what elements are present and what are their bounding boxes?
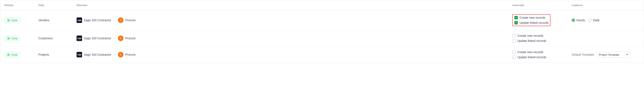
module-badge: ⊞ Core xyxy=(4,18,20,23)
module-label: Core xyxy=(12,53,18,56)
data-cell: Vendors xyxy=(38,19,76,22)
create-new-checkbox[interactable] xyxy=(512,34,516,37)
automatic-cell: Create new records Update linked records xyxy=(512,34,572,43)
module-cell: ⊞ Core xyxy=(4,18,38,23)
procore-logo: C xyxy=(118,36,124,41)
update-linked-row: Update linked records xyxy=(512,55,572,59)
update-linked-label: Update linked records xyxy=(520,21,548,25)
direction-to: Procore xyxy=(125,19,136,22)
data-cell: Customers xyxy=(38,37,76,40)
data-header: Data xyxy=(38,2,76,8)
data-cell: Projects xyxy=(38,53,76,56)
direction-from: Sage 100 Contractor xyxy=(84,19,111,22)
daily-radio[interactable] xyxy=(588,19,592,22)
checkboxes-cell: Create new records Update linked records xyxy=(512,50,572,59)
direction-cell: sage Sage 100 Contractor → C Procore xyxy=(76,18,512,23)
daily-label: Daily xyxy=(593,19,600,22)
hourly-label: Hourly xyxy=(576,19,585,22)
table-row: ⊞ Core Vendors sage Sage 100 Contractor … xyxy=(0,11,644,30)
direction-from: Sage 100 Contractor xyxy=(84,53,111,56)
module-badge: ⊞ Core xyxy=(4,52,20,57)
create-new-label: Create new records xyxy=(520,16,545,19)
direction-to: Procore xyxy=(125,37,136,40)
update-linked-checkbox[interactable] xyxy=(512,55,516,59)
automatic-cell: Create new records Update linked records xyxy=(512,14,572,26)
direction-header: Direction xyxy=(76,2,512,8)
hourly-option[interactable]: Hourly xyxy=(572,19,585,22)
grid-icon: ⊞ xyxy=(7,53,10,56)
direction-to: Procore xyxy=(125,53,136,56)
hourly-radio[interactable] xyxy=(572,19,575,22)
module-badge: ⊞ Core xyxy=(4,36,20,41)
module-cell: ⊞ Core xyxy=(4,36,38,41)
arrow-icon: → xyxy=(113,18,116,22)
procore-logo: C xyxy=(118,18,124,23)
automatic-cell: Create new records Update linked records xyxy=(512,50,572,59)
create-new-label: Create new records xyxy=(517,34,543,37)
module-label: Core xyxy=(12,37,18,40)
highlight-box: Create new records Update linked records xyxy=(512,14,550,26)
update-linked-label: Update linked records xyxy=(517,55,546,59)
module-header: Module xyxy=(4,2,38,8)
direction-cell: sage Sage 100 Contractor → C Procore xyxy=(76,52,512,57)
table-header: Module Data Direction Automatic Cadence xyxy=(0,0,644,11)
template-label: Default Template: xyxy=(572,53,595,56)
sage-logo: sage xyxy=(76,52,82,57)
cadence-header: Cadence xyxy=(572,2,640,8)
update-linked-checkbox[interactable] xyxy=(514,21,518,25)
create-new-label: Create new records xyxy=(517,50,543,54)
update-linked-row: Update linked records xyxy=(512,39,572,43)
update-linked-label: Update linked records xyxy=(517,39,546,43)
arrow-icon: → xyxy=(113,36,116,40)
create-new-row: Create new records xyxy=(512,50,572,54)
module-label: Core xyxy=(12,19,18,22)
update-linked-checkbox[interactable] xyxy=(512,39,516,43)
direction-cell: sage Sage 100 Contractor → C Procore xyxy=(76,36,512,41)
direction-from: Sage 100 Contractor xyxy=(84,37,111,40)
sage-logo: sage xyxy=(76,36,82,41)
create-new-checkbox[interactable] xyxy=(514,16,518,19)
grid-icon: ⊞ xyxy=(7,37,10,40)
table-row: ⊞ Core Customers sage Sage 100 Contracto… xyxy=(0,30,644,47)
automatic-header: Automatic xyxy=(512,2,572,8)
create-new-row: Create new records xyxy=(514,16,548,19)
template-select[interactable]: Project Template Default Custom xyxy=(596,52,630,58)
arrow-icon: → xyxy=(113,53,116,57)
checkboxes-cell: Create new records Update linked records xyxy=(512,34,572,43)
sage-logo: sage xyxy=(76,18,82,23)
module-cell: ⊞ Core xyxy=(4,52,38,57)
integration-table: Module Data Direction Automatic Cadence … xyxy=(0,0,644,63)
grid-icon: ⊞ xyxy=(7,19,10,22)
template-cell: Default Template: Project Template Defau… xyxy=(572,52,640,58)
procore-logo: C xyxy=(118,52,124,57)
table-row: ⊞ Core Projects sage Sage 100 Contractor… xyxy=(0,47,644,63)
daily-option[interactable]: Daily xyxy=(588,19,600,22)
update-linked-row: Update linked records xyxy=(514,21,548,25)
create-new-checkbox[interactable] xyxy=(512,50,516,54)
create-new-row: Create new records xyxy=(512,34,572,37)
cadence-cell: Hourly Daily xyxy=(572,19,640,22)
